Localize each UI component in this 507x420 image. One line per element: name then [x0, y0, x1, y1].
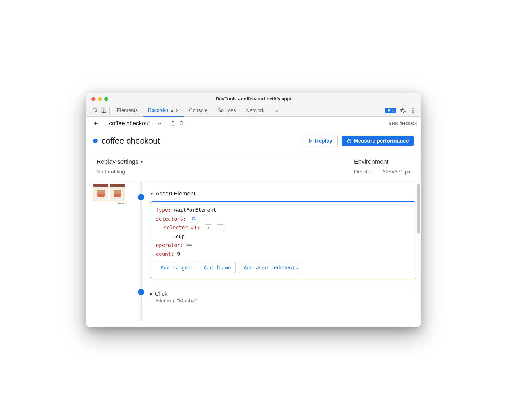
devtools-window: DevTools - coffee-cart.netlify.app/ Elem… — [86, 93, 421, 327]
recording-title: coffee checkout — [102, 136, 299, 146]
more-menu-icon[interactable]: ⋮ — [410, 107, 416, 114]
add-selector-button[interactable]: ＋ — [205, 224, 212, 231]
maximize-window-button[interactable] — [104, 97, 108, 101]
throttling-value: No throttling — [96, 169, 354, 175]
tab-network[interactable]: Network — [242, 105, 269, 117]
close-window-button[interactable] — [91, 97, 95, 101]
settings-icon[interactable] — [400, 108, 406, 114]
screenshot-thumbnails: Total: $0.00 — [93, 182, 132, 321]
settings-row: Replay settings No throttling Environmen… — [86, 152, 421, 182]
issues-badge[interactable]: 1 — [385, 108, 396, 113]
main-tabbar: Elements Recorder ✕ Console Sources Netw… — [86, 105, 421, 117]
measure-performance-button[interactable]: Measure performance — [342, 136, 414, 146]
steps-list: ▼ Assert Element ⋮ type: waitForElement … — [150, 182, 416, 321]
timeline: Total: $0.00 ▼ Assert Element ⋮ type: wa… — [86, 182, 421, 327]
export-icon[interactable] — [170, 120, 176, 126]
timeline-node-1[interactable] — [138, 194, 144, 200]
remove-selector-button[interactable]: － — [217, 224, 224, 231]
step-detail-panel: type: waitForElement selectors: selector… — [150, 201, 416, 279]
environment-heading: Environment — [354, 158, 411, 165]
send-feedback-link[interactable]: Send feedback — [389, 121, 417, 125]
minimize-window-button[interactable] — [98, 97, 102, 101]
recording-header: coffee checkout Replay Measure performan… — [86, 130, 421, 152]
step-subtitle: Element "Mocha" — [156, 298, 416, 304]
inspect-element-icon[interactable] — [92, 108, 98, 114]
timeline-node-2[interactable] — [138, 289, 144, 295]
selector-value[interactable]: .cup — [173, 233, 185, 239]
collapse-icon: ▼ — [150, 192, 153, 195]
step-header[interactable]: ▶ Click ⋮ — [150, 290, 416, 297]
tab-sources[interactable]: Sources — [213, 105, 240, 117]
tab-elements[interactable]: Elements — [112, 105, 142, 117]
add-asserted-events-button[interactable]: Add assertedEvents — [239, 261, 303, 274]
more-tabs-button[interactable] — [270, 105, 284, 117]
expand-icon: ▶ — [150, 292, 153, 296]
device-toolbar-icon[interactable] — [101, 108, 107, 114]
chevron-down-icon — [157, 122, 162, 125]
element-picker-button[interactable] — [191, 216, 198, 223]
step-click: ▶ Click ⋮ Element "Mocha" — [150, 290, 416, 304]
flask-icon — [170, 108, 174, 112]
timeline-track — [136, 182, 147, 321]
tab-console[interactable]: Console — [185, 105, 212, 117]
titlebar: DevTools - coffee-cart.netlify.app/ — [86, 93, 421, 105]
step-more-menu[interactable]: ⋮ — [410, 290, 416, 297]
step-more-menu[interactable]: ⋮ — [410, 190, 416, 197]
thumbnail-1[interactable] — [93, 184, 108, 201]
close-tab-icon[interactable]: ✕ — [176, 108, 179, 113]
delete-icon[interactable] — [179, 120, 184, 126]
recorder-toolbar: ＋ coffee checkout Send feedback — [86, 117, 421, 130]
svg-rect-2 — [104, 110, 106, 112]
recording-status-dot — [93, 139, 98, 143]
replay-button[interactable]: Replay — [303, 136, 337, 146]
step-assert-element: ▼ Assert Element ⋮ type: waitForElement … — [150, 190, 416, 279]
traffic-lights — [91, 97, 108, 101]
environment-value: Desktop | 625×671 px — [354, 169, 411, 175]
recording-selector[interactable]: coffee checkout — [107, 120, 164, 127]
scrollbar[interactable] — [417, 184, 420, 234]
window-title: DevTools - coffee-cart.netlify.app/ — [86, 96, 421, 102]
step-header[interactable]: ▼ Assert Element ⋮ — [150, 190, 416, 197]
thumbnail-2[interactable]: Total: $0.00 — [110, 184, 125, 201]
add-frame-button[interactable]: Add frame — [199, 261, 236, 274]
tab-recorder[interactable]: Recorder ✕ — [143, 105, 184, 117]
new-recording-button[interactable]: ＋ — [90, 118, 101, 128]
replay-settings-toggle[interactable]: Replay settings — [96, 158, 354, 165]
add-target-button[interactable]: Add target — [156, 261, 195, 274]
